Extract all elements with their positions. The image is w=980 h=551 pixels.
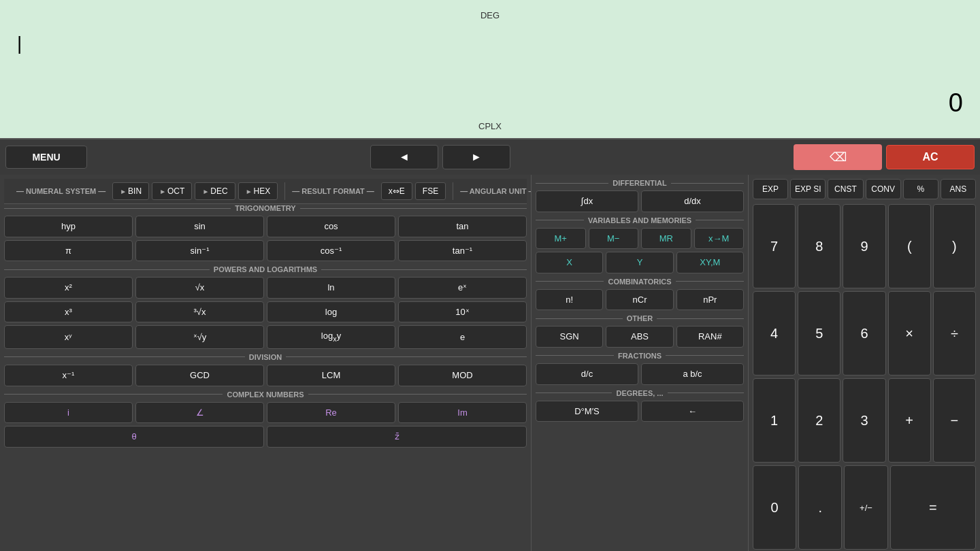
numeral-system-group: — NUMERAL SYSTEM — ►BIN ►OCT ►DEC ►HEX	[10, 182, 285, 200]
8-button[interactable]: 8	[798, 204, 840, 288]
sin-button[interactable]: sin	[135, 216, 264, 237]
pi-button[interactable]: π	[4, 240, 133, 262]
differential-label: DIFFERENTIAL	[612, 179, 666, 187]
equals-button[interactable]: =	[890, 465, 976, 550]
abs-button[interactable]: ABS	[606, 326, 673, 348]
conv-button[interactable]: CONV	[866, 179, 901, 199]
variables-label: VARIABLES AND MEMORIES	[588, 216, 691, 224]
toolbar: MENU ◄ ► ⌫ AC	[0, 139, 980, 175]
factorial-button[interactable]: n!	[536, 289, 603, 311]
tan-button[interactable]: tan	[398, 216, 527, 237]
integral-button[interactable]: ∫dx	[536, 190, 638, 212]
6-button[interactable]: 6	[843, 291, 885, 375]
xtom-button[interactable]: x→M	[694, 228, 745, 250]
dc-button[interactable]: d/c	[536, 363, 638, 385]
sqrt-button[interactable]: √x	[135, 277, 264, 299]
rparen-button[interactable]: )	[933, 204, 976, 288]
trigonometry-section: TRIGONOMETRY hyp sin cos tan π sin⁻¹ cos…	[4, 204, 527, 261]
theta-button[interactable]: θ	[4, 426, 264, 448]
ln-button[interactable]: ln	[267, 277, 395, 299]
4-button[interactable]: 4	[753, 291, 796, 375]
mr-button[interactable]: MR	[641, 228, 691, 250]
0-button[interactable]: 0	[753, 465, 796, 550]
arrow-left-button[interactable]: ◄	[370, 145, 438, 169]
settings-bar: — NUMERAL SYSTEM — ►BIN ►OCT ►DEC ►HEX —…	[4, 179, 527, 204]
backarrow-button[interactable]: ←	[641, 401, 744, 422]
other-section: OTHER SGN ABS RAN#	[536, 314, 744, 348]
cos-inv-button[interactable]: cos⁻¹	[267, 240, 395, 262]
i-button[interactable]: i	[4, 402, 133, 424]
ran-button[interactable]: RAN#	[676, 326, 744, 348]
derivative-button[interactable]: d/dx	[641, 190, 744, 212]
zbar-button[interactable]: z̄	[267, 426, 527, 448]
ans-button[interactable]: ANS	[941, 179, 976, 199]
gcd-button[interactable]: GCD	[135, 365, 264, 386]
x3-button[interactable]: x³	[4, 301, 133, 323]
xrty-button[interactable]: ˣ√y	[135, 325, 264, 349]
cnst-button[interactable]: CNST	[828, 179, 863, 199]
1-button[interactable]: 1	[753, 378, 796, 463]
xym-button[interactable]: XY,M	[676, 252, 744, 273]
expsi-button[interactable]: EXP SI	[790, 179, 826, 199]
mod-button[interactable]: MOD	[398, 365, 527, 386]
sgn-button[interactable]: SGN	[536, 326, 603, 348]
logxy-button[interactable]: logxy	[267, 325, 395, 349]
other-label: OTHER	[627, 314, 653, 322]
dot-button[interactable]: .	[798, 465, 842, 550]
hyp-button[interactable]: hyp	[4, 216, 133, 237]
plus-button[interactable]: +	[888, 378, 931, 463]
sin-inv-button[interactable]: sin⁻¹	[135, 240, 264, 262]
arrow-right-button[interactable]: ►	[442, 145, 510, 169]
e-button[interactable]: e	[398, 325, 527, 349]
ncr-button[interactable]: nCr	[606, 289, 673, 311]
xinv-button[interactable]: x⁻¹	[4, 365, 133, 386]
mminus-button[interactable]: M−	[589, 228, 639, 250]
9-button[interactable]: 9	[843, 204, 885, 288]
hex-button[interactable]: ►HEX	[238, 182, 278, 200]
trig-row1: hyp sin cos tan	[4, 216, 527, 237]
7-button[interactable]: 7	[753, 204, 796, 288]
y-var-button[interactable]: Y	[606, 252, 673, 273]
fse-button[interactable]: FSE	[415, 182, 446, 200]
ac-button[interactable]: AC	[886, 145, 975, 169]
npr-button[interactable]: nPr	[676, 289, 744, 311]
minus-button[interactable]: −	[933, 378, 976, 463]
plusminus-button[interactable]: +/−	[844, 465, 887, 550]
dms-button[interactable]: D°M′S	[536, 401, 638, 422]
exp-button[interactable]: EXP	[753, 179, 788, 199]
10x-button[interactable]: 10ˣ	[398, 301, 527, 323]
backspace-button[interactable]: ⌫	[794, 144, 882, 170]
lparen-button[interactable]: (	[888, 204, 931, 288]
cbrt-button[interactable]: ³√x	[135, 301, 264, 323]
mplus-button[interactable]: M+	[536, 228, 586, 250]
x-var-button[interactable]: X	[536, 252, 603, 273]
trigonometry-label: TRIGONOMETRY	[235, 204, 295, 212]
division-row: x⁻¹ GCD LCM MOD	[4, 365, 527, 386]
3-button[interactable]: 3	[843, 378, 885, 463]
divide-button[interactable]: ÷	[933, 291, 976, 375]
percent-button[interactable]: %	[903, 179, 938, 199]
bin-button[interactable]: ►BIN	[112, 182, 149, 200]
x2-button[interactable]: x²	[4, 277, 133, 299]
xe-button[interactable]: x⇔E	[381, 182, 412, 200]
xy-button[interactable]: xʸ	[4, 325, 133, 349]
angular-unit-label: — ANGULAR UNIT —	[460, 187, 531, 195]
angle-button[interactable]: ∠	[135, 402, 264, 424]
multiply-button[interactable]: ×	[888, 291, 931, 375]
tan-inv-button[interactable]: tan⁻¹	[398, 240, 527, 262]
result-format-label: — RESULT FORMAT —	[292, 187, 374, 195]
2-button[interactable]: 2	[798, 378, 840, 463]
im-button[interactable]: Im	[398, 402, 527, 424]
ex-button[interactable]: eˣ	[398, 277, 527, 299]
lcm-button[interactable]: LCM	[267, 365, 395, 386]
cos-button[interactable]: cos	[267, 216, 395, 237]
menu-button[interactable]: MENU	[5, 146, 87, 169]
oct-button[interactable]: ►OCT	[152, 182, 192, 200]
re-button[interactable]: Re	[267, 402, 395, 424]
complex-label: COMPLEX NUMBERS	[227, 390, 304, 399]
abc-button[interactable]: a b/c	[641, 363, 744, 385]
log-button[interactable]: log	[267, 301, 395, 323]
dec-button[interactable]: ►DEC	[195, 182, 235, 200]
numeral-system-label: — NUMERAL SYSTEM —	[16, 187, 105, 195]
5-button[interactable]: 5	[798, 291, 840, 375]
